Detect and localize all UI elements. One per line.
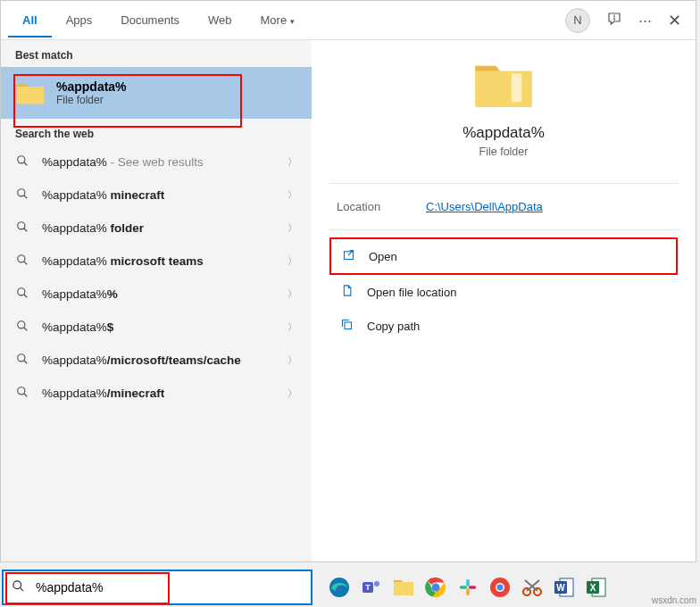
search-icon bbox=[4, 579, 32, 595]
svg-point-3 bbox=[18, 222, 25, 229]
svg-point-2 bbox=[18, 189, 25, 196]
chevron-right-icon: 〉 bbox=[288, 320, 297, 334]
chevron-right-icon: 〉 bbox=[288, 387, 297, 400]
taskbar-icons: T W X bbox=[314, 575, 696, 600]
explorer-icon[interactable] bbox=[391, 575, 416, 600]
folder-icon bbox=[15, 80, 46, 105]
web-result-text: %appdata% folder bbox=[42, 221, 288, 235]
header: All Apps Documents Web More▾ N ⋯ ✕ bbox=[1, 1, 696, 40]
web-result[interactable]: %appdata% minecraft〉 bbox=[1, 179, 312, 212]
chrome-canary-icon[interactable] bbox=[488, 575, 512, 600]
snip-icon[interactable] bbox=[520, 575, 545, 600]
svg-rect-21 bbox=[460, 586, 467, 589]
svg-rect-9 bbox=[512, 73, 522, 102]
tab-all[interactable]: All bbox=[8, 3, 52, 37]
chrome-icon[interactable] bbox=[423, 575, 448, 600]
svg-rect-23 bbox=[469, 586, 476, 589]
search-box[interactable] bbox=[2, 570, 312, 605]
search-icon bbox=[15, 187, 29, 203]
chevron-right-icon: 〉 bbox=[288, 254, 297, 268]
web-result-text: %appdata%% bbox=[42, 287, 288, 301]
web-result-text: %appdata%/minecraft bbox=[42, 387, 288, 400]
svg-point-0 bbox=[614, 19, 615, 20]
filter-tabs: All Apps Documents Web More▾ bbox=[8, 3, 309, 37]
chevron-right-icon: 〉 bbox=[288, 287, 297, 301]
svg-point-7 bbox=[18, 354, 25, 362]
excel-icon[interactable]: X bbox=[584, 575, 609, 600]
chevron-right-icon: 〉 bbox=[288, 188, 297, 202]
folder-icon bbox=[471, 58, 536, 110]
action-label: Open bbox=[369, 250, 397, 263]
web-result[interactable]: %appdata%%〉 bbox=[1, 278, 312, 311]
svg-point-12 bbox=[12, 581, 21, 589]
web-result-text: %appdata% microsoft teams bbox=[42, 254, 288, 268]
svg-rect-11 bbox=[345, 322, 352, 329]
preview-panel: %appdata% File folder Location C:\Users\… bbox=[312, 40, 696, 561]
avatar[interactable]: N bbox=[565, 8, 590, 33]
best-match-subtitle: File folder bbox=[56, 94, 127, 106]
web-result[interactable]: %appdata%/minecraft〉 bbox=[1, 377, 312, 410]
best-match-label: Best match bbox=[1, 40, 312, 67]
svg-point-4 bbox=[18, 255, 25, 262]
best-match-item[interactable]: %appdata% File folder bbox=[1, 67, 312, 119]
close-icon[interactable]: ✕ bbox=[668, 11, 681, 30]
action-open[interactable]: Open bbox=[329, 237, 678, 275]
web-result[interactable]: %appdata% - See web results〉 bbox=[1, 146, 312, 179]
tab-more[interactable]: More▾ bbox=[246, 3, 310, 37]
search-icon bbox=[15, 386, 29, 401]
location-link[interactable]: C:\Users\Dell\AppData bbox=[426, 200, 543, 213]
taskbar-row: T W X bbox=[0, 568, 696, 607]
action-open-file-location[interactable]: Open file location bbox=[329, 275, 678, 309]
web-result[interactable]: %appdata% microsoft teams〉 bbox=[1, 245, 312, 278]
actions-list: Open Open file location Copy path bbox=[312, 230, 696, 350]
web-result[interactable]: %appdata%/microsoft/teams/cache〉 bbox=[1, 344, 312, 377]
svg-point-8 bbox=[18, 387, 25, 395]
search-icon bbox=[15, 254, 29, 269]
web-result[interactable]: %appdata% folder〉 bbox=[1, 212, 312, 245]
feedback-icon[interactable] bbox=[606, 11, 622, 29]
search-web-label: Search the web bbox=[1, 119, 312, 146]
svg-point-26 bbox=[497, 585, 504, 591]
web-result[interactable]: %appdata%$〉 bbox=[1, 311, 312, 344]
tab-documents[interactable]: Documents bbox=[106, 3, 194, 37]
action-label: Open file location bbox=[367, 286, 456, 299]
best-match-title: %appdata% bbox=[56, 79, 127, 94]
search-icon bbox=[15, 154, 29, 170]
search-input[interactable] bbox=[32, 577, 311, 598]
watermark: wsxdn.com bbox=[652, 595, 696, 605]
web-result-text: %appdata%/microsoft/teams/cache bbox=[42, 353, 288, 367]
edge-icon[interactable] bbox=[327, 575, 352, 600]
svg-text:X: X bbox=[590, 583, 596, 593]
slack-icon[interactable] bbox=[455, 575, 480, 600]
action-copy-path[interactable]: Copy path bbox=[329, 309, 678, 343]
action-label: Copy path bbox=[367, 320, 420, 333]
teams-icon[interactable]: T bbox=[359, 575, 384, 600]
more-icon[interactable]: ⋯ bbox=[638, 12, 652, 29]
svg-point-1 bbox=[18, 156, 25, 163]
word-icon[interactable]: W bbox=[552, 575, 577, 600]
svg-rect-20 bbox=[466, 579, 470, 586]
svg-text:T: T bbox=[365, 583, 371, 592]
chevron-down-icon: ▾ bbox=[290, 17, 295, 26]
chevron-right-icon: 〉 bbox=[288, 353, 297, 367]
results-panel: Best match %appdata% File folder Search … bbox=[1, 40, 312, 561]
tab-web[interactable]: Web bbox=[194, 3, 246, 37]
preview-title: %appdata% bbox=[462, 124, 545, 142]
svg-point-16 bbox=[374, 581, 379, 586]
svg-rect-22 bbox=[466, 588, 470, 595]
location-row: Location C:\Users\Dell\AppData bbox=[312, 184, 696, 229]
file-location-icon bbox=[338, 284, 354, 300]
svg-point-5 bbox=[18, 288, 25, 295]
chevron-right-icon: 〉 bbox=[288, 221, 297, 235]
svg-text:W: W bbox=[556, 583, 565, 593]
preview-subtitle: File folder bbox=[479, 146, 529, 158]
location-label: Location bbox=[337, 200, 426, 213]
search-icon bbox=[15, 353, 29, 368]
web-result-text: %appdata% - See web results bbox=[42, 155, 288, 169]
tab-apps[interactable]: Apps bbox=[52, 3, 107, 37]
search-icon bbox=[15, 287, 29, 302]
web-result-text: %appdata%$ bbox=[42, 320, 288, 334]
open-icon bbox=[340, 248, 356, 264]
search-icon bbox=[15, 320, 29, 335]
svg-point-6 bbox=[18, 321, 25, 328]
